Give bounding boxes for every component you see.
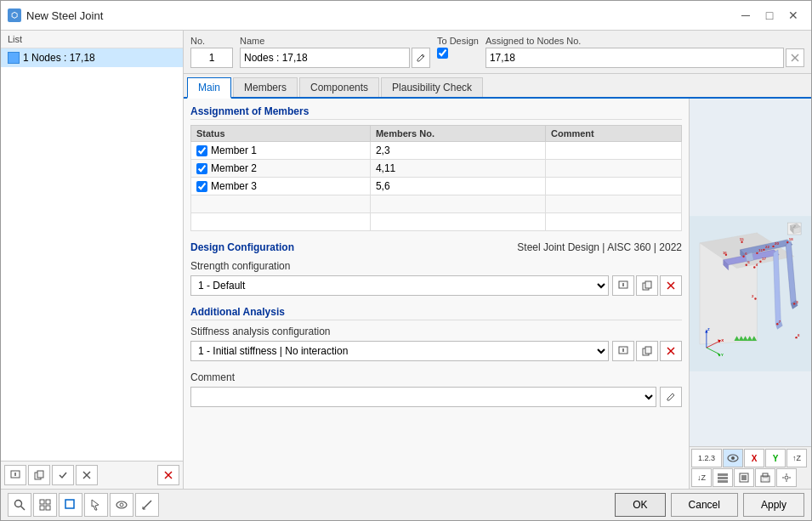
member1-name: Member 1 [211, 144, 257, 156]
search-bottom-button[interactable] [8, 493, 31, 517]
view-toolbar: 1.2.3 X Y ↑Z ↓Z [690, 446, 811, 489]
to-design-checkbox[interactable] [437, 48, 448, 59]
strength-select[interactable]: 1 - Default [190, 275, 609, 296]
y-axis-button[interactable]: Y [765, 449, 786, 467]
assigned-nodes-input[interactable] [485, 48, 784, 68]
svg-point-49 [759, 261, 761, 263]
table-row: Member 3 5,6 [191, 178, 682, 195]
strength-add-button[interactable] [612, 275, 634, 296]
right-panel: No. Name To Design [184, 31, 811, 489]
no-input[interactable] [190, 48, 233, 68]
table-row: Member 1 2,3 [191, 142, 682, 160]
svg-text:16: 16 [723, 251, 727, 255]
apply-button[interactable]: Apply [743, 493, 804, 517]
svg-point-82 [731, 456, 735, 460]
pointer-button[interactable] [84, 493, 108, 517]
z-up-button[interactable]: ↑Z [786, 449, 807, 467]
eye-bottom-button[interactable] [110, 493, 133, 517]
title-bar-left: ⬡ New Steel Joint [8, 8, 103, 22]
cancel-button[interactable]: Cancel [671, 493, 738, 517]
tab-components[interactable]: Components [299, 77, 379, 97]
ok-button[interactable]: OK [615, 493, 665, 517]
member2-name: Member 2 [211, 162, 257, 174]
check-button[interactable] [52, 465, 74, 485]
col-comment: Comment [545, 126, 681, 142]
member1-checkbox[interactable] [196, 145, 207, 156]
svg-rect-94 [40, 500, 44, 504]
comment-edit-button[interactable] [660, 387, 682, 407]
svg-point-92 [15, 501, 22, 507]
design-config-value: Steel Joint Design | AISC 360 | 2022 [517, 241, 682, 253]
tab-plausibility[interactable]: Plausibility Check [381, 77, 483, 97]
svg-rect-98 [65, 500, 74, 508]
strength-select-row: 1 - Default [190, 275, 682, 296]
tab-members[interactable]: Members [233, 77, 298, 97]
svg-point-61 [776, 323, 778, 325]
layers-button[interactable] [713, 468, 733, 487]
grid-button[interactable] [33, 493, 57, 517]
svg-text:15: 15 [740, 237, 744, 241]
stiffness-add-button[interactable] [612, 341, 634, 361]
members-table: Status Members No. Comment [190, 125, 682, 231]
svg-rect-95 [46, 500, 50, 504]
table-row-empty [191, 195, 682, 213]
svg-text:22: 22 [765, 245, 769, 249]
print-button[interactable] [755, 468, 775, 487]
name-input[interactable] [240, 48, 410, 68]
z-down-button[interactable]: ↓Z [691, 468, 712, 487]
settings-view-button[interactable] [776, 468, 797, 487]
comment-label: Comment [190, 371, 682, 383]
no-label: No. [190, 36, 233, 46]
close-button[interactable]: ✕ [782, 6, 804, 25]
add-button[interactable] [4, 465, 26, 485]
to-design-group: To Design [437, 36, 479, 68]
stiffness-select[interactable]: 1 - Initial stiffness | No interaction [190, 341, 609, 361]
additional-analysis-title: Additional Analysis [190, 306, 682, 320]
eye-button[interactable] [723, 449, 743, 467]
measure-button[interactable] [135, 493, 159, 517]
assigned-nodes-label: Assigned to Nodes No. [485, 36, 804, 46]
assigned-nodes-clear-button[interactable] [786, 48, 804, 67]
member3-checkbox[interactable] [196, 181, 207, 192]
3d-scene: 18 20 22 11 6 17 [690, 99, 811, 489]
tab-main[interactable]: Main [187, 77, 231, 99]
stiffness-select-row: 1 - Initial stiffness | No interaction [190, 341, 682, 361]
strength-delete-button[interactable] [660, 275, 682, 296]
list-item[interactable]: 1 Nodes : 17,18 [1, 48, 183, 67]
svg-rect-96 [40, 506, 44, 510]
svg-point-59 [793, 303, 795, 304]
comment-section: Comment [190, 371, 682, 407]
page-num-label: 1.2.3 [698, 454, 715, 462]
left-toolbar [1, 461, 183, 489]
svg-rect-90 [763, 479, 768, 481]
delete-button[interactable] [157, 465, 179, 485]
maximize-button[interactable]: □ [758, 6, 781, 25]
list-header: List [1, 31, 183, 48]
copy-button[interactable] [28, 465, 50, 485]
main-content: List 1 Nodes : 17,18 [1, 31, 811, 489]
svg-text:20: 20 [775, 241, 779, 246]
svg-rect-3 [37, 471, 43, 478]
minimize-button[interactable]: ─ [735, 6, 757, 25]
comment-select[interactable] [190, 387, 656, 407]
col-members-no: Members No. [370, 126, 545, 142]
cursor-button[interactable] [59, 493, 82, 517]
member2-checkbox[interactable] [196, 163, 207, 174]
member1-status: Member 1 [191, 142, 371, 160]
assigned-nodes-input-group [485, 48, 804, 68]
render-button[interactable] [734, 468, 754, 487]
member2-comment [545, 160, 681, 178]
no-field-group: No. [190, 36, 233, 68]
window-controls: ─ □ ✕ [735, 6, 804, 25]
bottom-bar: OK Cancel Apply [1, 489, 811, 520]
page-num-button[interactable]: 1.2.3 [691, 449, 722, 467]
tabs: Main Members Components Plausibility Che… [184, 74, 811, 99]
strength-copy-button[interactable] [636, 275, 658, 296]
name-edit-button[interactable] [412, 48, 430, 68]
svg-text:X: X [721, 338, 724, 343]
x-axis-button[interactable]: X [744, 449, 764, 467]
stiffness-delete-button[interactable] [660, 341, 682, 361]
stiffness-copy-button[interactable] [636, 341, 658, 361]
uncheck-button[interactable] [76, 465, 98, 485]
list-item-icon [8, 52, 20, 64]
